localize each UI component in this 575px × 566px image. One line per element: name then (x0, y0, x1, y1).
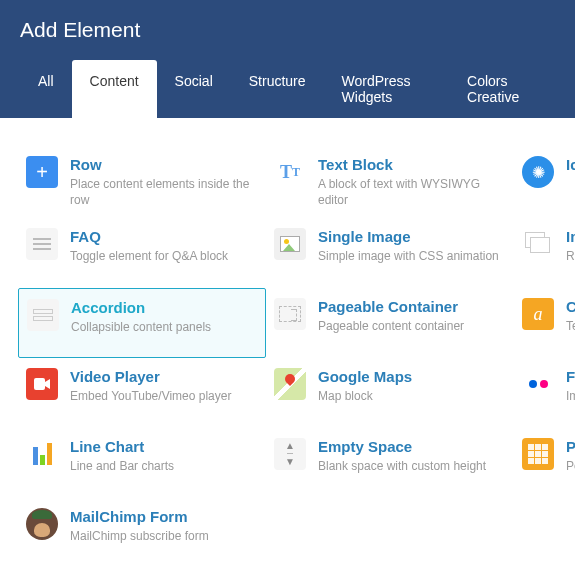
grid-icon (522, 438, 554, 470)
element-mailchimp-form[interactable]: MailChimp Form MailChimp subscribe form (18, 498, 266, 566)
tab-content[interactable]: Content (72, 60, 157, 118)
gallery-icon (522, 228, 554, 260)
image-icon (274, 228, 306, 260)
flickr-icon (522, 368, 554, 400)
element-name: Pageable Container (318, 298, 506, 316)
container-icon (274, 298, 306, 330)
spacer-icon: ▲┄▼ (274, 438, 306, 470)
element-name: MailChimp Form (70, 508, 258, 526)
element-name: Po (566, 438, 575, 456)
tab-structure[interactable]: Structure (231, 60, 324, 118)
svg-rect-0 (34, 378, 45, 390)
accordion-icon (27, 299, 59, 331)
element-row[interactable]: + Row Place content elements inside the … (18, 146, 266, 218)
element-desc: Im (566, 388, 575, 404)
video-icon (26, 368, 58, 400)
element-name: Line Chart (70, 438, 258, 456)
element-name: In (566, 228, 575, 246)
element-name: Accordion (71, 299, 257, 317)
element-name: Cu (566, 298, 575, 316)
element-empty-space[interactable]: ▲┄▼ Empty Space Blank space with custom … (266, 428, 514, 498)
element-line-chart[interactable]: Line Chart Line and Bar charts (18, 428, 266, 498)
bar-chart-icon (26, 438, 58, 470)
element-name: Video Player (70, 368, 258, 386)
element-name: FAQ (70, 228, 258, 246)
element-desc: MailChimp subscribe form (70, 528, 258, 544)
tab-social[interactable]: Social (157, 60, 231, 118)
element-desc: Re (566, 248, 575, 264)
element-video-player[interactable]: Video Player Embed YouTube/Vimeo player (18, 358, 266, 428)
tab-colors-creative[interactable]: Colors Creative (449, 60, 555, 118)
element-desc: Line and Bar charts (70, 458, 258, 474)
element-name: Ic (566, 156, 575, 174)
letter-a-icon: a (522, 298, 554, 330)
element-name: Empty Space (318, 438, 506, 456)
category-tabs: All Content Social Structure WordPress W… (20, 60, 555, 118)
element-desc: Simple image with CSS animation (318, 248, 506, 264)
mailchimp-icon (26, 508, 58, 540)
element-desc: Toggle element for Q&A block (70, 248, 258, 264)
element-desc: Collapsible content panels (71, 319, 257, 335)
modal-title: Add Element (20, 18, 555, 42)
tab-wp-widgets[interactable]: WordPress Widgets (324, 60, 450, 118)
element-desc: A block of text with WYSIWYG editor (318, 176, 506, 208)
map-pin-icon (274, 368, 306, 400)
element-name: Single Image (318, 228, 506, 246)
element-faq[interactable]: FAQ Toggle element for Q&A block (18, 218, 266, 288)
element-desc: Map block (318, 388, 506, 404)
element-pageable-container[interactable]: Pageable Container Pageable content cont… (266, 288, 514, 358)
element-flickr-partial[interactable]: Fl Im (514, 358, 575, 428)
element-custom-partial[interactable]: a Cu Te (514, 288, 575, 358)
element-desc: Place content elements inside the row (70, 176, 258, 208)
elements-panel: + Row Place content elements inside the … (0, 118, 575, 566)
list-icon (26, 228, 58, 260)
tab-all[interactable]: All (20, 60, 72, 118)
text-icon: TT (274, 156, 306, 188)
element-image-gallery-partial[interactable]: In Re (514, 218, 575, 288)
element-desc: Blank space with custom height (318, 458, 506, 474)
element-accordion[interactable]: Accordion Collapsible content panels (18, 288, 266, 358)
element-name: Row (70, 156, 258, 174)
element-icon-partial[interactable]: ✺ Ic (514, 146, 575, 218)
element-desc: Po (566, 458, 575, 474)
elements-grid: + Row Place content elements inside the … (18, 146, 557, 566)
element-posts-partial[interactable]: Po Po (514, 428, 575, 498)
element-text-block[interactable]: TT Text Block A block of text with WYSIW… (266, 146, 514, 218)
modal-header: Add Element All Content Social Structure… (0, 0, 575, 118)
element-name: Fl (566, 368, 575, 386)
plus-icon: + (26, 156, 58, 188)
element-desc: Te (566, 318, 575, 334)
element-google-maps[interactable]: Google Maps Map block (266, 358, 514, 428)
element-desc: Pageable content container (318, 318, 506, 334)
gear-icon: ✺ (522, 156, 554, 188)
element-name: Text Block (318, 156, 506, 174)
element-desc: Embed YouTube/Vimeo player (70, 388, 258, 404)
element-single-image[interactable]: Single Image Simple image with CSS anima… (266, 218, 514, 288)
element-name: Google Maps (318, 368, 506, 386)
